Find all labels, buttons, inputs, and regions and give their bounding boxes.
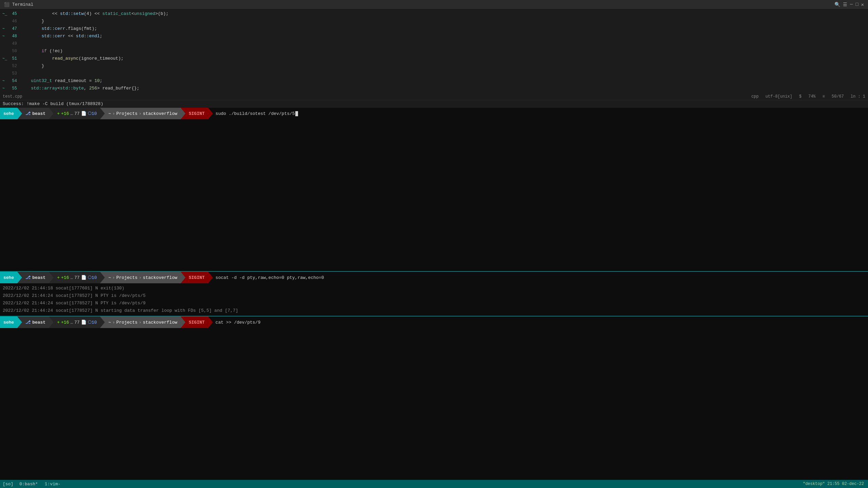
terminal-icon: ⬛: [4, 2, 9, 7]
line-gutter-46: 46: [0, 18, 20, 25]
maximize-icon[interactable]: □: [855, 2, 858, 7]
line-gutter-45: ~_ 45: [0, 10, 20, 18]
seg-path-2: ~ › Projects › stackoverflow: [100, 272, 180, 283]
code-line-47: ~ 47 std::cerr.flags(fmt);: [0, 25, 868, 33]
seg-sehe-3: sehe: [0, 317, 17, 328]
terminal-output-3[interactable]: [0, 328, 868, 480]
code-line-45: ~_ 45 << std::setw(4) << static_cast<uns…: [0, 10, 868, 18]
success-line: Success: !make -C build (tmux/1788928): [0, 100, 868, 108]
title-bar-title: Terminal: [12, 2, 33, 7]
minimize-icon[interactable]: ─: [850, 2, 853, 7]
encoding-label: utf-8[unix]: [766, 93, 792, 100]
code-line-54: ~ 54 uint32_t read_timeout = 10;: [0, 77, 868, 85]
line-gutter-51: ~_ 51: [0, 55, 20, 62]
tmux-window-0[interactable]: 0:bash*: [16, 480, 41, 488]
prompt-bar-1: sehe ⎇ beast ++16 … 77 📄 ⎔10 ~ › Project…: [0, 108, 868, 119]
line-content-52: }: [20, 62, 44, 70]
tmux-window-1[interactable]: 1:vim-: [41, 480, 64, 488]
seg-cmd-1[interactable]: sudo ./build/sotest /dev/pts/5: [208, 108, 868, 119]
line-content-54: uint32_t read_timeout = 10;: [20, 77, 102, 85]
seg-path-3: ~ › Projects › stackoverflow: [100, 317, 180, 328]
line-content-51: read_async(ignore_timeout);: [20, 55, 123, 62]
code-line-48: ~ 48 std::cerr << std::endl;: [0, 33, 868, 40]
cursor-label: ln : 1: [851, 93, 865, 100]
code-line-49: 49: [0, 40, 868, 47]
line-content-49: [20, 40, 23, 47]
line-content-48: std::cerr << std::endl;: [20, 33, 102, 40]
line-gutter-47: ~ 47: [0, 25, 20, 33]
status-right: cpp utf-8[unix] $ 74% ≡ 50/67 ln : 1: [751, 93, 865, 100]
line-gutter-53: 53: [0, 70, 20, 77]
branch-symbol-3: ⎇: [25, 320, 31, 325]
code-line-55: ~ 55 std::array<std::byte, 256> read_buf…: [0, 85, 868, 92]
line-gutter-55: ~ 55: [0, 85, 20, 92]
code-line-46: 46 }: [0, 18, 868, 25]
code-line-50: 50 if (!ec): [0, 47, 868, 55]
log-line-2: 2022/12/02 21:44:24 socat[1778527] N PTY…: [3, 292, 865, 300]
filetype-label: cpp: [751, 93, 759, 100]
line-gutter-54: ~ 54: [0, 77, 20, 85]
code-line-52: 52 }: [0, 62, 868, 70]
lines-icon: ≡: [823, 93, 825, 100]
seg-cmd-2[interactable]: socat -d -d pty,raw,echo=0 pty,raw,echo=…: [208, 272, 868, 283]
seg-path-1: ~ › Projects › stackoverflow: [100, 108, 180, 119]
line-content-46: }: [20, 18, 44, 25]
tmux-right-status: "desktop" 21:55 02-dec-22: [799, 482, 868, 486]
seg-sehe-2: sehe: [0, 272, 17, 283]
branch-symbol-1: ⎇: [25, 111, 31, 116]
line-content-47: std::cerr.flags(fmt);: [20, 25, 97, 33]
close-icon[interactable]: ✕: [861, 2, 864, 7]
line-gutter-52: 52: [0, 62, 20, 70]
terminal-body: ~_ 45 << std::setw(4) << static_cast<uns…: [0, 9, 868, 488]
percent-label: 74%: [808, 93, 816, 100]
code-line-53: 53: [0, 70, 868, 77]
search-icon[interactable]: 🔍: [834, 2, 840, 7]
seg-gitstatus-2: ++16 … 77 📄 ⎔10: [49, 272, 100, 283]
log-line-1: 2022/12/02 21:44:18 socat[1777601] N exi…: [3, 285, 865, 292]
line-content-53: [20, 70, 23, 77]
log-line-4: 2022/12/02 21:44:24 socat[1778527] N sta…: [3, 307, 865, 314]
branch-symbol-2: ⎇: [25, 275, 31, 280]
line-gutter-48: ~ 48: [0, 33, 20, 40]
dollar-sign: $: [799, 93, 802, 100]
terminal-output-1[interactable]: [0, 119, 868, 271]
prompt-bar-3: sehe ⎇ beast ++16 … 77 📄 ⎔10 ~ › Project…: [0, 317, 868, 328]
line-content-50: if (!ec): [20, 47, 63, 55]
tmux-status-bar: [so] 0:bash* 1:vim- "desktop" 21:55 02-d…: [0, 480, 868, 488]
title-bar: ⬛ Terminal 🔍 ☰ ─ □ ✕: [0, 0, 868, 9]
line-gutter-49: 49: [0, 40, 20, 47]
seg-sehe-1: sehe: [0, 108, 17, 119]
log-line-3: 2022/12/02 21:44:24 socat[1778527] N PTY…: [3, 300, 865, 307]
position-label: 50/67: [832, 93, 844, 100]
prompt-bar-2: sehe ⎇ beast ++16 … 77 📄 ⎔10 ~ › Project…: [0, 272, 868, 283]
menu-icon[interactable]: ☰: [843, 2, 847, 7]
code-line-51: ~_ 51 read_async(ignore_timeout);: [0, 55, 868, 62]
seg-gitstatus-3: ++16 … 77 📄 ⎔10: [49, 317, 100, 328]
line-content-45: << std::setw(4) << static_cast<unsigned>…: [20, 10, 169, 18]
terminal-output-2[interactable]: 2022/12/02 21:44:18 socat[1777601] N exi…: [0, 283, 868, 316]
vim-status-line: test.cpp cpp utf-8[unix] $ 74% ≡ 50/67 l…: [0, 93, 868, 100]
code-pane: ~_ 45 << std::setw(4) << static_cast<uns…: [0, 9, 868, 93]
line-gutter-50: 50: [0, 47, 20, 55]
tmux-window-label: [so]: [0, 480, 16, 488]
seg-cmd-3[interactable]: cat >> /dev/pts/9: [208, 317, 868, 328]
tmux-windows: [so] 0:bash* 1:vim-: [0, 480, 64, 488]
cursor-1: [295, 111, 298, 116]
seg-gitstatus-1: ++16 … 77 📄 ⎔10: [49, 108, 100, 119]
line-content-55: std::array<std::byte, 256> read_buffer{}…: [20, 85, 139, 92]
filename-label: test.cpp: [3, 93, 22, 100]
